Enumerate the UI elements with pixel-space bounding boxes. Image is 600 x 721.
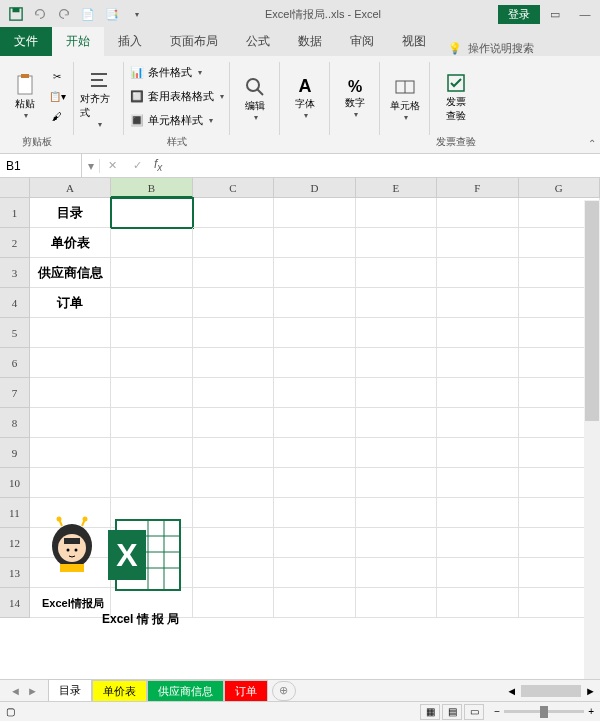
cell[interactable]: 订单 [30, 288, 111, 318]
cell[interactable] [111, 288, 192, 318]
name-box[interactable]: B1 [0, 154, 82, 177]
cell[interactable] [193, 408, 274, 438]
cell[interactable] [437, 438, 518, 468]
collapse-ribbon-button[interactable]: ⌃ [588, 138, 596, 149]
zoom-slider[interactable] [504, 710, 584, 713]
row-header[interactable]: 2 [0, 228, 30, 258]
cell[interactable] [274, 528, 355, 558]
cell[interactable] [437, 498, 518, 528]
hscroll-left[interactable]: ◄ [506, 685, 517, 697]
cell[interactable] [356, 588, 437, 618]
cells-button[interactable]: 单元格 ▾ [386, 75, 424, 122]
fx-icon[interactable]: fx [150, 157, 166, 173]
row-header[interactable]: 9 [0, 438, 30, 468]
row-header[interactable]: 14 [0, 588, 30, 618]
cell[interactable] [111, 198, 192, 228]
cell[interactable] [274, 318, 355, 348]
hscroll-right[interactable]: ► [585, 685, 596, 697]
row-header[interactable]: 5 [0, 318, 30, 348]
sheet-tab-index[interactable]: 目录 [48, 679, 92, 703]
cell[interactable] [356, 258, 437, 288]
record-macro-button[interactable]: ▢ [6, 706, 15, 717]
copy-button[interactable]: 📋▾ [46, 88, 68, 106]
cell[interactable]: 单价表 [30, 228, 111, 258]
cell[interactable] [30, 348, 111, 378]
cell[interactable] [437, 348, 518, 378]
enter-formula-button[interactable]: ✓ [125, 159, 150, 172]
row-header[interactable]: 4 [0, 288, 30, 318]
qat-customize-button[interactable]: ▾ [124, 2, 148, 26]
embedded-image[interactable]: X Excel情报局 Excel 情 报 局 [42, 516, 212, 628]
cell[interactable] [274, 198, 355, 228]
cell[interactable] [437, 318, 518, 348]
col-header-B[interactable]: B [111, 178, 192, 198]
cell[interactable] [437, 408, 518, 438]
tab-view[interactable]: 视图 [388, 27, 440, 56]
cell[interactable] [437, 378, 518, 408]
cell[interactable] [356, 228, 437, 258]
cell[interactable] [30, 468, 111, 498]
tab-formula[interactable]: 公式 [232, 27, 284, 56]
tab-data[interactable]: 数据 [284, 27, 336, 56]
cell[interactable] [437, 288, 518, 318]
qat-btn-4[interactable]: 📄 [76, 2, 100, 26]
cell[interactable] [111, 228, 192, 258]
row-header[interactable]: 8 [0, 408, 30, 438]
cell[interactable] [356, 318, 437, 348]
cell[interactable] [437, 558, 518, 588]
ribbon-display-button[interactable]: ▭ [540, 0, 570, 28]
cell[interactable] [193, 288, 274, 318]
edit-button[interactable]: 编辑 ▾ [236, 75, 274, 122]
cell[interactable] [437, 528, 518, 558]
col-header-G[interactable]: G [519, 178, 600, 198]
invoice-check-button[interactable]: 发票 查验 [437, 71, 475, 123]
cell[interactable] [193, 468, 274, 498]
cell[interactable] [111, 468, 192, 498]
undo-button[interactable] [28, 2, 52, 26]
cell[interactable] [193, 228, 274, 258]
cell[interactable] [193, 318, 274, 348]
qat-btn-5[interactable]: 📑 [100, 2, 124, 26]
cell[interactable] [193, 258, 274, 288]
cell[interactable] [30, 378, 111, 408]
col-header-A[interactable]: A [30, 178, 111, 198]
cell[interactable] [356, 468, 437, 498]
cell[interactable] [437, 258, 518, 288]
row-header[interactable]: 3 [0, 258, 30, 288]
cell[interactable] [30, 438, 111, 468]
cell[interactable] [111, 348, 192, 378]
row-header[interactable]: 1 [0, 198, 30, 228]
cell[interactable] [274, 348, 355, 378]
cell[interactable] [193, 378, 274, 408]
cell[interactable] [30, 408, 111, 438]
login-button[interactable]: 登录 [498, 5, 540, 24]
row-header[interactable]: 13 [0, 558, 30, 588]
minimize-button[interactable]: — [570, 0, 600, 28]
tell-me-search[interactable]: 💡 操作说明搜索 [440, 41, 542, 56]
zoom-in-button[interactable]: + [588, 706, 594, 717]
tab-insert[interactable]: 插入 [104, 27, 156, 56]
cell[interactable] [274, 498, 355, 528]
select-all-corner[interactable] [0, 178, 30, 198]
zoom-out-button[interactable]: − [494, 706, 500, 717]
cell[interactable] [274, 258, 355, 288]
cell[interactable] [111, 318, 192, 348]
sheet-tab-price[interactable]: 单价表 [92, 680, 147, 702]
row-header[interactable]: 10 [0, 468, 30, 498]
cell[interactable] [356, 558, 437, 588]
cell[interactable] [274, 558, 355, 588]
cell[interactable] [274, 588, 355, 618]
cell[interactable] [356, 528, 437, 558]
cell[interactable] [193, 198, 274, 228]
save-button[interactable] [4, 2, 28, 26]
page-layout-view-button[interactable]: ▤ [442, 704, 462, 720]
cell[interactable] [437, 588, 518, 618]
sheet-nav-prev[interactable]: ◄ [10, 685, 21, 697]
page-break-view-button[interactable]: ▭ [464, 704, 484, 720]
cell[interactable] [274, 378, 355, 408]
normal-view-button[interactable]: ▦ [420, 704, 440, 720]
cell[interactable] [356, 348, 437, 378]
cell[interactable] [30, 318, 111, 348]
row-header[interactable]: 12 [0, 528, 30, 558]
tab-review[interactable]: 审阅 [336, 27, 388, 56]
